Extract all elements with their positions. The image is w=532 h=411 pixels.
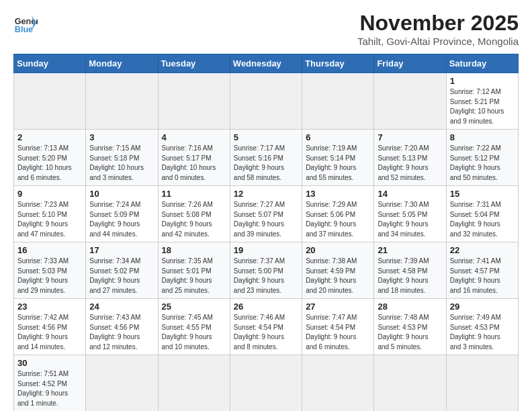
day-number: 30 (17, 358, 82, 368)
calendar-cell: 22Sunrise: 7:41 AMSunset: 4:57 PMDayligh… (446, 242, 518, 299)
calendar-cell: 3Sunrise: 7:15 AMSunset: 5:18 PMDaylight… (86, 130, 158, 186)
day-info: Sunrise: 7:26 AMSunset: 5:08 PMDaylight:… (162, 200, 226, 239)
calendar-cell (86, 355, 158, 412)
calendar-cell: 21Sunrise: 7:39 AMSunset: 4:58 PMDayligh… (374, 242, 446, 299)
calendar-cell: 11Sunrise: 7:26 AMSunset: 5:08 PMDayligh… (158, 186, 230, 242)
day-info: Sunrise: 7:35 AMSunset: 5:01 PMDaylight:… (162, 257, 226, 295)
calendar-table: SundayMondayTuesdayWednesdayThursdayFrid… (13, 54, 519, 411)
weekday-header-wednesday: Wednesday (230, 54, 302, 73)
day-number: 22 (450, 245, 515, 255)
calendar-cell: 19Sunrise: 7:37 AMSunset: 5:00 PMDayligh… (230, 242, 302, 299)
calendar-cell: 18Sunrise: 7:35 AMSunset: 5:01 PMDayligh… (158, 242, 230, 299)
day-info: Sunrise: 7:17 AMSunset: 5:16 PMDaylight:… (234, 144, 298, 183)
day-number: 16 (17, 245, 82, 255)
logo: General Blue (13, 11, 38, 35)
calendar-cell: 17Sunrise: 7:34 AMSunset: 5:02 PMDayligh… (86, 242, 158, 299)
day-number: 29 (450, 302, 515, 312)
calendar-cell: 23Sunrise: 7:42 AMSunset: 4:56 PMDayligh… (14, 299, 86, 355)
calendar-week-row: 16Sunrise: 7:33 AMSunset: 5:03 PMDayligh… (14, 242, 519, 299)
calendar-cell: 12Sunrise: 7:27 AMSunset: 5:07 PMDayligh… (230, 186, 302, 242)
weekday-header-row: SundayMondayTuesdayWednesdayThursdayFrid… (14, 54, 519, 73)
location: Tahilt, Govi-Altai Province, Mongolia (357, 36, 519, 47)
day-number: 28 (378, 302, 442, 312)
day-number: 19 (234, 245, 298, 255)
calendar-cell (374, 355, 446, 412)
day-info: Sunrise: 7:29 AMSunset: 5:06 PMDaylight:… (306, 200, 370, 239)
day-number: 14 (378, 189, 442, 199)
day-info: Sunrise: 7:27 AMSunset: 5:07 PMDaylight:… (234, 200, 298, 239)
day-number: 26 (234, 302, 298, 312)
calendar-cell: 15Sunrise: 7:31 AMSunset: 5:04 PMDayligh… (446, 186, 518, 242)
calendar-cell: 9Sunrise: 7:23 AMSunset: 5:10 PMDaylight… (14, 186, 86, 242)
day-number: 3 (89, 132, 154, 142)
calendar-cell: 4Sunrise: 7:16 AMSunset: 5:17 PMDaylight… (158, 130, 230, 186)
day-info: Sunrise: 7:39 AMSunset: 4:58 PMDaylight:… (378, 257, 442, 295)
weekday-header-friday: Friday (374, 54, 446, 73)
calendar-week-row: 1Sunrise: 7:12 AMSunset: 5:21 PMDaylight… (14, 73, 519, 130)
calendar-cell: 13Sunrise: 7:29 AMSunset: 5:06 PMDayligh… (302, 186, 374, 242)
calendar-cell: 20Sunrise: 7:38 AMSunset: 4:59 PMDayligh… (302, 242, 374, 299)
calendar-cell: 7Sunrise: 7:20 AMSunset: 5:13 PMDaylight… (374, 130, 446, 186)
calendar-cell: 14Sunrise: 7:30 AMSunset: 5:05 PMDayligh… (374, 186, 446, 242)
day-number: 23 (17, 302, 82, 312)
day-info: Sunrise: 7:12 AMSunset: 5:21 PMDaylight:… (450, 87, 515, 126)
day-number: 27 (306, 302, 370, 312)
calendar-cell (230, 355, 302, 412)
calendar-week-row: 9Sunrise: 7:23 AMSunset: 5:10 PMDaylight… (14, 186, 519, 242)
day-number: 1 (450, 76, 515, 86)
day-number: 5 (234, 132, 298, 142)
calendar-cell (158, 355, 230, 412)
day-info: Sunrise: 7:42 AMSunset: 4:56 PMDaylight:… (17, 313, 82, 352)
day-info: Sunrise: 7:45 AMSunset: 4:55 PMDaylight:… (162, 313, 226, 352)
day-number: 12 (234, 189, 298, 199)
day-info: Sunrise: 7:46 AMSunset: 4:54 PMDaylight:… (234, 313, 298, 352)
day-info: Sunrise: 7:41 AMSunset: 4:57 PMDaylight:… (450, 257, 515, 295)
logo-icon: General Blue (13, 11, 38, 35)
calendar-cell: 30Sunrise: 7:51 AMSunset: 4:52 PMDayligh… (14, 355, 86, 412)
calendar-cell (302, 73, 374, 130)
calendar-cell: 29Sunrise: 7:49 AMSunset: 4:53 PMDayligh… (446, 299, 518, 355)
day-number: 15 (450, 189, 515, 199)
title-block: November 2025 Tahilt, Govi-Altai Provinc… (357, 11, 519, 47)
day-info: Sunrise: 7:49 AMSunset: 4:53 PMDaylight:… (450, 313, 515, 352)
day-info: Sunrise: 7:19 AMSunset: 5:14 PMDaylight:… (306, 144, 370, 183)
day-info: Sunrise: 7:47 AMSunset: 4:54 PMDaylight:… (306, 313, 370, 352)
calendar-cell: 27Sunrise: 7:47 AMSunset: 4:54 PMDayligh… (302, 299, 374, 355)
day-number: 7 (378, 132, 442, 142)
page-header: General Blue November 2025 Tahilt, Govi-… (13, 11, 519, 47)
calendar-cell (230, 73, 302, 130)
weekday-header-monday: Monday (86, 54, 158, 73)
day-number: 25 (162, 302, 226, 312)
day-info: Sunrise: 7:15 AMSunset: 5:18 PMDaylight:… (89, 144, 154, 183)
day-number: 8 (450, 132, 515, 142)
day-number: 2 (17, 132, 82, 142)
day-info: Sunrise: 7:31 AMSunset: 5:04 PMDaylight:… (450, 200, 515, 239)
weekday-header-sunday: Sunday (14, 54, 86, 73)
calendar-cell: 5Sunrise: 7:17 AMSunset: 5:16 PMDaylight… (230, 130, 302, 186)
month-title: November 2025 (357, 11, 519, 36)
weekday-header-saturday: Saturday (446, 54, 518, 73)
calendar-cell: 6Sunrise: 7:19 AMSunset: 5:14 PMDaylight… (302, 130, 374, 186)
calendar-cell: 25Sunrise: 7:45 AMSunset: 4:55 PMDayligh… (158, 299, 230, 355)
day-info: Sunrise: 7:38 AMSunset: 4:59 PMDaylight:… (306, 257, 370, 295)
calendar-cell (14, 73, 86, 130)
day-number: 9 (17, 189, 82, 199)
calendar-week-row: 23Sunrise: 7:42 AMSunset: 4:56 PMDayligh… (14, 299, 519, 355)
day-number: 11 (162, 189, 226, 199)
calendar-cell: 1Sunrise: 7:12 AMSunset: 5:21 PMDaylight… (446, 73, 518, 130)
day-number: 10 (89, 189, 154, 199)
day-info: Sunrise: 7:23 AMSunset: 5:10 PMDaylight:… (17, 200, 82, 239)
day-info: Sunrise: 7:24 AMSunset: 5:09 PMDaylight:… (89, 200, 154, 239)
day-info: Sunrise: 7:48 AMSunset: 4:53 PMDaylight:… (378, 313, 442, 352)
calendar-cell: 28Sunrise: 7:48 AMSunset: 4:53 PMDayligh… (374, 299, 446, 355)
calendar-cell (158, 73, 230, 130)
calendar-cell: 2Sunrise: 7:13 AMSunset: 5:20 PMDaylight… (14, 130, 86, 186)
day-number: 20 (306, 245, 370, 255)
day-number: 4 (162, 132, 226, 142)
day-info: Sunrise: 7:34 AMSunset: 5:02 PMDaylight:… (89, 257, 154, 295)
calendar-week-row: 30Sunrise: 7:51 AMSunset: 4:52 PMDayligh… (14, 355, 519, 412)
day-info: Sunrise: 7:13 AMSunset: 5:20 PMDaylight:… (17, 144, 82, 183)
day-info: Sunrise: 7:20 AMSunset: 5:13 PMDaylight:… (378, 144, 442, 183)
day-number: 21 (378, 245, 442, 255)
calendar-cell: 8Sunrise: 7:22 AMSunset: 5:12 PMDaylight… (446, 130, 518, 186)
